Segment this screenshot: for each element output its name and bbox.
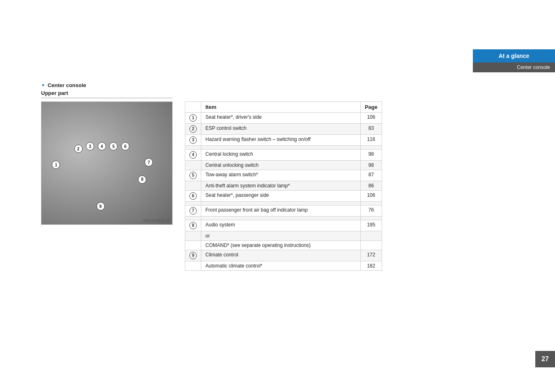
table-row bbox=[185, 217, 382, 220]
row-page: 172 bbox=[360, 250, 382, 261]
table-row bbox=[185, 202, 382, 205]
header-at-a-glance: At a glance bbox=[473, 49, 555, 62]
col-page-header: Page bbox=[360, 102, 382, 113]
table-row: or bbox=[185, 231, 382, 241]
row-page bbox=[360, 202, 382, 205]
row-number bbox=[185, 146, 201, 150]
callout-2: 2 bbox=[74, 145, 83, 153]
callout-8: 8 bbox=[138, 175, 146, 184]
row-page: 76 bbox=[360, 205, 382, 217]
row-number: 8 bbox=[185, 220, 201, 231]
table-row: 2ESP control switch83 bbox=[185, 124, 382, 135]
row-page: 116 bbox=[360, 135, 382, 146]
section-title: Center console bbox=[48, 82, 86, 88]
row-page: 87 bbox=[360, 170, 382, 181]
circle-number: 5 bbox=[189, 172, 197, 179]
col-item-header: Item bbox=[201, 102, 361, 113]
row-number: 3 bbox=[185, 135, 201, 146]
row-item: Front passenger front air bag off indica… bbox=[201, 205, 361, 217]
content-row: F68 20-0016-31 123456789 Item Page 1Seat… bbox=[41, 101, 465, 271]
row-number: 4 bbox=[185, 150, 201, 161]
circle-number: 1 bbox=[189, 114, 197, 122]
callout-9: 9 bbox=[97, 202, 105, 210]
circle-number: 3 bbox=[189, 136, 197, 144]
row-page: 195 bbox=[360, 220, 382, 231]
table-row: 1Seat heater*, driver's side106 bbox=[185, 113, 382, 124]
row-page: 86 bbox=[360, 181, 382, 191]
circle-number: 6 bbox=[189, 192, 197, 200]
row-item: Climate control bbox=[201, 250, 361, 261]
table-row: Automatic climate control*182 bbox=[185, 261, 382, 271]
row-page: 98 bbox=[360, 161, 382, 170]
row-number: 2 bbox=[185, 124, 201, 135]
table-row: 4Central locking switch98 bbox=[185, 150, 382, 161]
main-content: ▼ Center console Upper part F68 20-0016-… bbox=[41, 82, 465, 271]
table-row: Anti-theft alarm system indicator lamp*8… bbox=[185, 181, 382, 191]
row-page: 182 bbox=[360, 261, 382, 271]
section-heading: ▼ Center console bbox=[41, 82, 465, 88]
row-page: 106 bbox=[360, 191, 382, 202]
table-row: Central unlocking switch98 bbox=[185, 161, 382, 170]
row-item: Audio system bbox=[201, 220, 361, 231]
sub-heading: Upper part bbox=[41, 90, 173, 98]
row-number bbox=[185, 217, 201, 220]
row-item: Anti-theft alarm system indicator lamp* bbox=[201, 181, 361, 191]
header-center-console: Center console bbox=[473, 62, 555, 72]
row-page bbox=[360, 241, 382, 250]
row-number: 7 bbox=[185, 205, 201, 217]
row-number: 9 bbox=[185, 250, 201, 261]
circle-number: 2 bbox=[189, 125, 197, 133]
circle-number: 7 bbox=[189, 207, 197, 214]
row-number bbox=[185, 181, 201, 191]
row-item bbox=[201, 146, 361, 150]
image-credit: F68 20-0016-31 bbox=[143, 219, 170, 223]
row-number: 5 bbox=[185, 170, 201, 181]
table-row: 3Hazard warning flasher switch – switchi… bbox=[185, 135, 382, 146]
row-item: Automatic climate control* bbox=[201, 261, 361, 271]
page-number: 27 bbox=[535, 351, 555, 367]
table-row: 5Tow-away alarm switch*87 bbox=[185, 170, 382, 181]
row-number: 6 bbox=[185, 191, 201, 202]
row-item: Central unlocking switch bbox=[201, 161, 361, 170]
row-item: Seat heater*, passenger side bbox=[201, 191, 361, 202]
table-row: 8Audio system195 bbox=[185, 220, 382, 231]
row-page bbox=[360, 146, 382, 150]
row-page bbox=[360, 217, 382, 220]
triangle-icon: ▼ bbox=[41, 83, 45, 88]
row-number bbox=[185, 202, 201, 205]
row-page: 106 bbox=[360, 113, 382, 124]
row-page bbox=[360, 231, 382, 241]
row-number bbox=[185, 231, 201, 241]
circle-number: 8 bbox=[189, 222, 197, 229]
row-item: or bbox=[201, 231, 361, 241]
row-item: ESP control switch bbox=[201, 124, 361, 135]
row-page: 98 bbox=[360, 150, 382, 161]
callout-4: 4 bbox=[98, 142, 106, 150]
row-item bbox=[201, 217, 361, 220]
circle-number: 9 bbox=[189, 252, 197, 259]
row-number: 1 bbox=[185, 113, 201, 124]
row-item: Seat heater*, driver's side bbox=[201, 113, 361, 124]
row-number bbox=[185, 261, 201, 271]
row-item: Central locking switch bbox=[201, 150, 361, 161]
items-table: Item Page 1Seat heater*, driver's side10… bbox=[185, 101, 382, 271]
header-bar: At a glance Center console bbox=[473, 49, 555, 72]
row-item: Tow-away alarm switch* bbox=[201, 170, 361, 181]
table-row: 6Seat heater*, passenger side106 bbox=[185, 191, 382, 202]
car-image: F68 20-0016-31 123456789 bbox=[41, 101, 173, 225]
col-num-header bbox=[185, 102, 201, 113]
table-header-row: Item Page bbox=[185, 102, 382, 113]
table-row: 9Climate control172 bbox=[185, 250, 382, 261]
table-row bbox=[185, 146, 382, 150]
row-item bbox=[201, 202, 361, 205]
row-item: COMAND* (see separate operating instruct… bbox=[201, 241, 361, 250]
circle-number: 4 bbox=[189, 151, 197, 159]
row-item: Hazard warning flasher switch – switchin… bbox=[201, 135, 361, 146]
table-row: COMAND* (see separate operating instruct… bbox=[185, 241, 382, 250]
row-number bbox=[185, 241, 201, 250]
row-number bbox=[185, 161, 201, 170]
row-page: 83 bbox=[360, 124, 382, 135]
table-row: 7Front passenger front air bag off indic… bbox=[185, 205, 382, 217]
